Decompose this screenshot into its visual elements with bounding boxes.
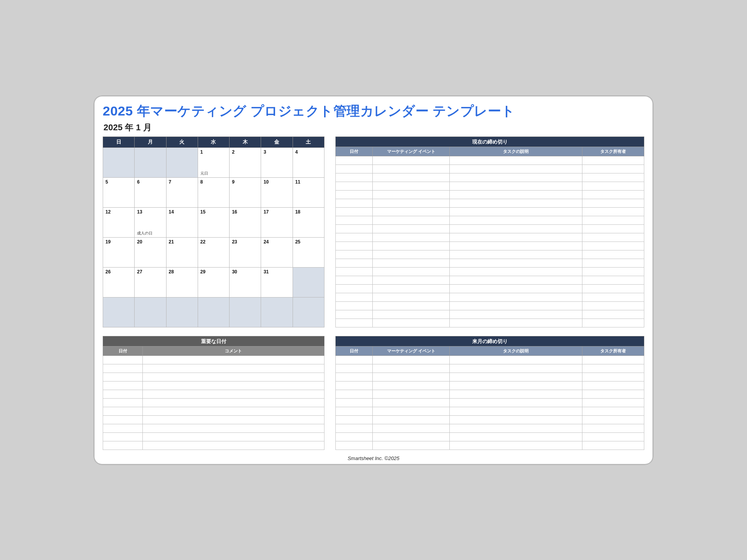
calendar-cell[interactable]: 14 bbox=[166, 207, 198, 237]
table-cell[interactable] bbox=[336, 355, 373, 364]
table-cell[interactable] bbox=[582, 407, 644, 415]
table-cell[interactable] bbox=[336, 364, 373, 373]
calendar-cell[interactable]: 10 bbox=[261, 177, 293, 207]
table-cell[interactable] bbox=[582, 301, 644, 310]
table-cell[interactable] bbox=[373, 355, 450, 364]
calendar-cell[interactable] bbox=[166, 297, 198, 327]
table-cell[interactable] bbox=[103, 364, 143, 373]
table-cell[interactable] bbox=[336, 250, 373, 259]
table-row[interactable] bbox=[336, 233, 644, 242]
table-cell[interactable] bbox=[450, 173, 582, 182]
table-cell[interactable] bbox=[582, 182, 644, 190]
table-cell[interactable] bbox=[450, 373, 582, 381]
table-cell[interactable] bbox=[373, 259, 450, 267]
table-cell[interactable] bbox=[373, 276, 450, 284]
table-cell[interactable] bbox=[582, 259, 644, 267]
table-cell[interactable] bbox=[582, 398, 644, 407]
table-cell[interactable] bbox=[336, 267, 373, 276]
table-cell[interactable] bbox=[336, 164, 373, 173]
table-row[interactable] bbox=[336, 216, 644, 224]
table-cell[interactable] bbox=[336, 373, 373, 381]
table-row[interactable] bbox=[336, 156, 644, 164]
table-row[interactable] bbox=[336, 407, 644, 415]
table-row[interactable] bbox=[103, 373, 324, 381]
table-cell[interactable] bbox=[582, 199, 644, 207]
table-row[interactable] bbox=[103, 355, 324, 364]
calendar-cell[interactable] bbox=[293, 267, 324, 297]
table-cell[interactable] bbox=[450, 310, 582, 318]
calendar-cell[interactable]: 27 bbox=[135, 267, 166, 297]
table-cell[interactable] bbox=[450, 259, 582, 267]
table-cell[interactable] bbox=[336, 224, 373, 233]
table-cell[interactable] bbox=[450, 233, 582, 242]
table-cell[interactable] bbox=[582, 242, 644, 250]
table-cell[interactable] bbox=[450, 424, 582, 432]
table-cell[interactable] bbox=[582, 216, 644, 224]
table-cell[interactable] bbox=[336, 415, 373, 424]
calendar-cell[interactable] bbox=[261, 297, 293, 327]
table-cell[interactable] bbox=[143, 390, 324, 398]
calendar-cell[interactable]: 1元日 bbox=[198, 147, 229, 177]
table-cell[interactable] bbox=[450, 318, 582, 327]
calendar-cell[interactable] bbox=[230, 297, 261, 327]
table-row[interactable] bbox=[336, 182, 644, 190]
table-row[interactable] bbox=[103, 381, 324, 390]
table-cell[interactable] bbox=[582, 310, 644, 318]
table-cell[interactable] bbox=[373, 310, 450, 318]
table-cell[interactable] bbox=[582, 207, 644, 216]
table-row[interactable] bbox=[336, 441, 644, 450]
table-cell[interactable] bbox=[582, 156, 644, 164]
table-cell[interactable] bbox=[450, 415, 582, 424]
table-cell[interactable] bbox=[582, 284, 644, 293]
table-cell[interactable] bbox=[373, 182, 450, 190]
table-cell[interactable] bbox=[373, 390, 450, 398]
table-cell[interactable] bbox=[336, 398, 373, 407]
table-row[interactable] bbox=[336, 373, 644, 381]
table-row[interactable] bbox=[336, 190, 644, 199]
table-row[interactable] bbox=[103, 364, 324, 373]
table-cell[interactable] bbox=[336, 301, 373, 310]
table-cell[interactable] bbox=[143, 441, 324, 450]
table-cell[interactable] bbox=[373, 250, 450, 259]
table-cell[interactable] bbox=[450, 441, 582, 450]
table-cell[interactable] bbox=[336, 156, 373, 164]
table-cell[interactable] bbox=[103, 424, 143, 432]
table-row[interactable] bbox=[336, 293, 644, 301]
table-cell[interactable] bbox=[373, 164, 450, 173]
table-row[interactable] bbox=[336, 301, 644, 310]
calendar-cell[interactable]: 29 bbox=[198, 267, 229, 297]
table-cell[interactable] bbox=[336, 173, 373, 182]
table-cell[interactable] bbox=[373, 216, 450, 224]
table-cell[interactable] bbox=[336, 216, 373, 224]
table-cell[interactable] bbox=[373, 284, 450, 293]
calendar-cell[interactable]: 6 bbox=[135, 177, 166, 207]
table-row[interactable] bbox=[336, 224, 644, 233]
table-cell[interactable] bbox=[450, 182, 582, 190]
table-cell[interactable] bbox=[143, 415, 324, 424]
table-cell[interactable] bbox=[336, 310, 373, 318]
calendar-cell[interactable]: 9 bbox=[230, 177, 261, 207]
table-cell[interactable] bbox=[582, 164, 644, 173]
table-cell[interactable] bbox=[336, 199, 373, 207]
calendar-cell[interactable]: 16 bbox=[230, 207, 261, 237]
table-row[interactable] bbox=[336, 318, 644, 327]
table-cell[interactable] bbox=[143, 398, 324, 407]
table-cell[interactable] bbox=[373, 233, 450, 242]
table-row[interactable] bbox=[336, 424, 644, 432]
table-cell[interactable] bbox=[373, 207, 450, 216]
table-row[interactable] bbox=[336, 267, 644, 276]
table-cell[interactable] bbox=[450, 224, 582, 233]
table-cell[interactable] bbox=[373, 407, 450, 415]
table-cell[interactable] bbox=[373, 267, 450, 276]
table-cell[interactable] bbox=[582, 415, 644, 424]
calendar-cell[interactable]: 24 bbox=[261, 237, 293, 267]
table-cell[interactable] bbox=[143, 364, 324, 373]
table-cell[interactable] bbox=[373, 173, 450, 182]
table-row[interactable] bbox=[103, 407, 324, 415]
table-cell[interactable] bbox=[143, 432, 324, 441]
table-cell[interactable] bbox=[373, 224, 450, 233]
table-cell[interactable] bbox=[336, 182, 373, 190]
table-cell[interactable] bbox=[450, 381, 582, 390]
table-row[interactable] bbox=[336, 250, 644, 259]
table-cell[interactable] bbox=[103, 390, 143, 398]
